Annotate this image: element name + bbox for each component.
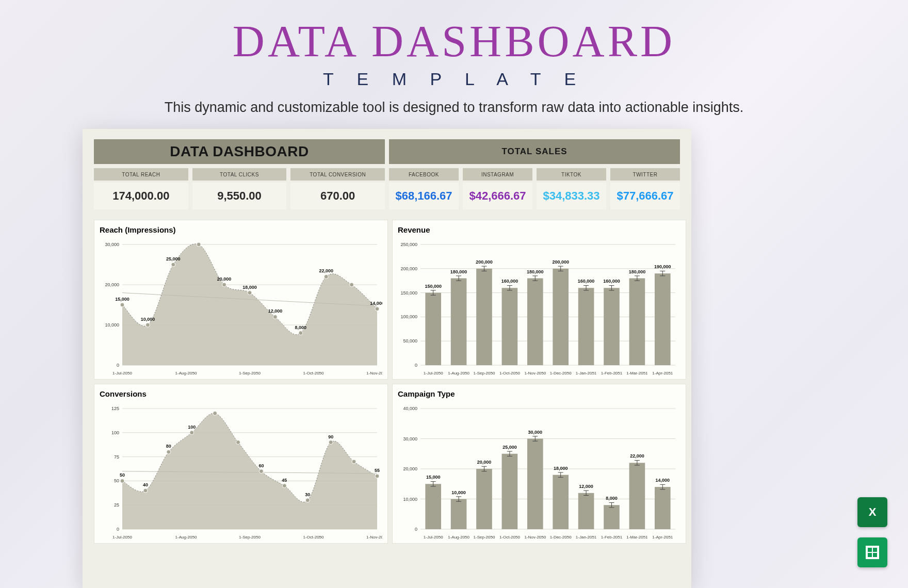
kpi-header: TIKTOK	[537, 168, 606, 181]
svg-text:1-Jan-2051: 1-Jan-2051	[576, 535, 597, 540]
svg-rect-155	[425, 484, 441, 529]
svg-rect-52	[451, 279, 467, 365]
svg-text:1-Sep-2050: 1-Sep-2050	[474, 535, 495, 540]
dashboard-title-bar: DATA DASHBOARD	[94, 139, 385, 164]
svg-text:180,000: 180,000	[629, 269, 646, 274]
svg-text:200,000: 200,000	[552, 259, 569, 265]
svg-text:30: 30	[305, 492, 310, 497]
svg-text:55: 55	[375, 468, 380, 473]
svg-text:1-Nov-2050: 1-Nov-2050	[524, 371, 546, 375]
svg-text:160,000: 160,000	[501, 279, 518, 284]
svg-text:20,000: 20,000	[403, 466, 417, 471]
svg-text:1-Oct-2050: 1-Oct-2050	[303, 371, 324, 375]
kpi-header: INSTAGRAM	[463, 168, 532, 181]
svg-text:1-Mar-2051: 1-Mar-2051	[626, 371, 648, 375]
chart-card-revenue: Revenue050,000100,000150,000200,000250,0…	[392, 220, 686, 380]
kpi-value: $68,166.67	[389, 183, 459, 209]
svg-point-13	[171, 263, 175, 267]
kpi-header: TOTAL CLICKS	[192, 168, 287, 181]
kpi-value: 670.00	[290, 183, 385, 209]
svg-text:18,000: 18,000	[554, 466, 568, 471]
left-kpi-block: TOTAL REACHTOTAL CLICKSTOTAL CONVERSION …	[94, 168, 385, 209]
svg-rect-100	[655, 273, 671, 365]
svg-point-123	[167, 450, 171, 454]
excel-icon: X	[857, 497, 887, 527]
svg-rect-203	[629, 463, 645, 529]
dashboard-preview: DATA DASHBOARD TOTAL SALES TOTAL REACHTO…	[83, 129, 691, 588]
svg-text:8,000: 8,000	[606, 496, 618, 501]
svg-point-137	[352, 460, 356, 464]
svg-text:1-Aug-2050: 1-Aug-2050	[448, 371, 469, 375]
svg-text:12,000: 12,000	[268, 308, 283, 314]
total-sales-title-bar: TOTAL SALES	[389, 139, 680, 164]
svg-rect-70	[527, 279, 543, 365]
chart-title: Conversions	[100, 389, 382, 398]
svg-text:8,000: 8,000	[295, 325, 307, 330]
svg-text:12,000: 12,000	[579, 484, 593, 489]
svg-rect-94	[629, 279, 645, 365]
svg-text:190,000: 190,000	[654, 264, 671, 269]
svg-text:250,000: 250,000	[400, 242, 417, 247]
svg-point-11	[145, 323, 150, 327]
svg-text:1-Dec-2050: 1-Dec-2050	[550, 371, 572, 375]
kpi-value: $34,833.33	[537, 183, 606, 209]
svg-text:1-Jul-2050: 1-Jul-2050	[424, 371, 443, 375]
chart-title: Campaign Type	[398, 389, 680, 398]
svg-rect-167	[476, 469, 492, 529]
svg-text:180,000: 180,000	[450, 269, 467, 274]
chart-title: Revenue	[398, 225, 680, 234]
svg-text:20,000: 20,000	[477, 460, 492, 465]
svg-text:1-Mar-2051: 1-Mar-2051	[626, 535, 648, 540]
svg-point-138	[375, 474, 379, 478]
svg-text:1-Jul-2050: 1-Jul-2050	[112, 371, 132, 375]
svg-text:40: 40	[143, 482, 148, 487]
hero-subtitle: T E M P L A T E	[0, 69, 908, 89]
svg-point-24	[324, 274, 328, 279]
kpi-value: 9,550.00	[192, 183, 287, 209]
svg-text:100,000: 100,000	[400, 314, 417, 319]
kpi-header: TOTAL CONVERSION	[290, 168, 385, 181]
svg-text:80: 80	[166, 444, 171, 449]
kpi-value: 174,000.00	[94, 183, 188, 209]
svg-point-125	[190, 431, 194, 435]
kpi-value: $77,666.67	[610, 183, 680, 209]
svg-text:22,000: 22,000	[630, 453, 644, 459]
svg-text:1-Aug-2050: 1-Aug-2050	[448, 535, 469, 540]
svg-text:1-Aug-2050: 1-Aug-2050	[175, 535, 197, 540]
svg-text:50: 50	[114, 478, 119, 483]
svg-rect-197	[604, 505, 620, 529]
svg-text:22,000: 22,000	[319, 268, 333, 273]
svg-text:1-Sep-2050: 1-Sep-2050	[239, 535, 261, 540]
svg-text:20,000: 20,000	[217, 276, 232, 282]
svg-point-131	[282, 484, 286, 488]
svg-text:50,000: 50,000	[403, 338, 417, 344]
svg-rect-161	[451, 499, 467, 530]
svg-rect-191	[578, 493, 594, 529]
svg-point-128	[236, 440, 240, 445]
svg-text:14,000: 14,000	[656, 478, 670, 483]
svg-text:14,000: 14,000	[370, 301, 382, 306]
svg-text:0: 0	[117, 363, 119, 368]
svg-rect-209	[655, 487, 671, 529]
svg-point-119	[120, 479, 124, 483]
hero-title: DATA DASHBOARD	[0, 15, 908, 67]
svg-text:0: 0	[415, 527, 417, 532]
svg-text:0: 0	[117, 527, 119, 532]
svg-point-22	[299, 331, 303, 335]
svg-point-16	[222, 283, 226, 287]
svg-point-15	[197, 242, 201, 247]
svg-text:10,000: 10,000	[403, 497, 417, 502]
svg-rect-185	[553, 475, 569, 529]
svg-rect-88	[604, 288, 620, 365]
svg-text:1-Oct-2050: 1-Oct-2050	[303, 535, 324, 540]
svg-text:1-Feb-2051: 1-Feb-2051	[601, 535, 623, 540]
svg-text:1-Jan-2051: 1-Jan-2051	[576, 371, 597, 375]
svg-point-27	[375, 307, 379, 311]
svg-text:125: 125	[111, 406, 119, 411]
chart-title: Reach (Impressions)	[100, 225, 382, 234]
svg-text:100: 100	[111, 430, 119, 435]
svg-text:25,000: 25,000	[166, 256, 181, 262]
svg-text:0: 0	[415, 363, 417, 368]
svg-text:1-Nov-2050: 1-Nov-2050	[366, 371, 382, 375]
svg-rect-64	[502, 288, 518, 365]
